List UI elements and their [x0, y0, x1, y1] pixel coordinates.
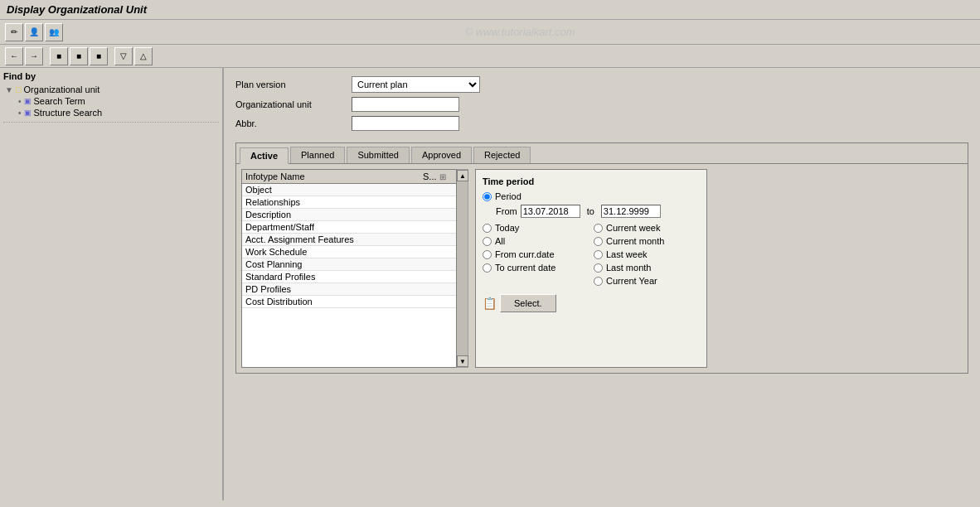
to-date-input[interactable]	[601, 205, 661, 218]
tree-child-label-1: Search Term	[34, 96, 85, 106]
table-row: PD Profiles	[242, 283, 456, 296]
plan-version-label: Plan version	[235, 80, 352, 89]
last-month-radio[interactable]	[594, 263, 603, 273]
last-week-radio[interactable]	[594, 250, 603, 259]
to-curr-date-radio-row: To current date	[483, 263, 589, 273]
last-week-label: Last week	[606, 249, 648, 259]
tabs-header: Active Planned Submitted Approved Reject…	[236, 143, 968, 164]
abbr-input[interactable]	[352, 116, 459, 131]
left-divider	[3, 122, 219, 123]
last-week-radio-row: Last week	[594, 249, 700, 259]
form-org-unit-row: Organizational unit	[235, 97, 968, 112]
current-year-radio[interactable]	[594, 277, 603, 286]
tree-bullet-icon: •	[18, 97, 22, 106]
tab-active[interactable]: Active	[240, 147, 289, 164]
radio-grid: Today Current week All Current mont	[483, 223, 700, 286]
to-curr-date-radio[interactable]	[483, 263, 492, 273]
tree-collapse-icon: ▼	[5, 85, 13, 94]
all-radio-row: All	[483, 236, 589, 246]
time-period-panel: Time period Period From to	[475, 169, 707, 368]
today-label: Today	[495, 223, 519, 233]
last-month-label: Last month	[606, 263, 651, 273]
tabs-area: Active Planned Submitted Approved Reject…	[235, 142, 968, 374]
current-week-radio[interactable]	[594, 224, 603, 233]
all-radio[interactable]	[483, 237, 492, 246]
org-unit-label: Organizational unit	[235, 99, 352, 109]
tab-rejected[interactable]: Rejected	[473, 147, 531, 163]
form-plan-version-row: Plan version Current plan	[235, 76, 968, 93]
edit-btn[interactable]: ✏	[5, 23, 23, 41]
user-btn[interactable]: 👤	[25, 23, 43, 41]
today-radio[interactable]	[483, 224, 492, 233]
toolbar1: ✏ 👤 👥 © www.tutorialkart.com	[0, 20, 980, 45]
plan-version-select[interactable]: Current plan	[352, 76, 480, 93]
current-month-radio[interactable]	[594, 237, 603, 246]
tree-child-label-2: Structure Search	[34, 108, 103, 118]
table-row: Relationships	[242, 196, 456, 209]
tab-approved[interactable]: Approved	[411, 147, 472, 163]
tab-submitted[interactable]: Submitted	[347, 147, 410, 163]
from-curr-date-radio[interactable]	[483, 250, 492, 259]
btn3[interactable]: ■	[50, 47, 68, 65]
table-row: Description	[242, 209, 456, 221]
table-row: Cost Planning	[242, 258, 456, 271]
find-by-label: Find by	[3, 71, 219, 81]
page-title: Display Organizational Unit	[7, 3, 147, 16]
select-button[interactable]: Select.	[500, 294, 556, 312]
period-radio-row: Period	[483, 191, 700, 201]
right-panel: Plan version Current plan Organizational…	[224, 68, 980, 500]
scroll-down-btn[interactable]: ▼	[457, 355, 468, 367]
today-radio-row: Today	[483, 223, 589, 233]
from-label: From	[496, 206, 517, 216]
table-row: Object	[242, 184, 456, 196]
grid-icon[interactable]: ⊞	[439, 172, 453, 181]
tree-root-label: Organizational unit	[24, 84, 100, 94]
last-month-radio-row: Last month	[594, 263, 700, 273]
infotype-rows: Object Relationships Description	[242, 184, 456, 362]
tree-child-structure-search[interactable]: • ▣ Structure Search	[17, 107, 219, 118]
btn5[interactable]: ■	[90, 47, 108, 65]
col-header-name: Infotype Name	[245, 171, 423, 181]
from-to-row: From to	[496, 205, 700, 218]
to-curr-date-label: To current date	[495, 263, 555, 273]
users-btn[interactable]: 👥	[45, 23, 63, 41]
current-week-radio-row: Current week	[594, 223, 700, 233]
main-layout: Find by ▼ □ Organizational unit • ▣ Sear…	[0, 68, 980, 500]
select-btn-row: 📋 Select.	[483, 294, 700, 312]
current-month-label: Current month	[606, 236, 664, 246]
infotype-section: Infotype Name S... ⊞ Object Relationship…	[241, 169, 468, 368]
table-row: Cost Distribution	[242, 296, 456, 308]
current-week-label: Current week	[606, 223, 660, 233]
tree-root-item[interactable]: ▼ □ Organizational unit	[3, 84, 219, 95]
back-btn[interactable]: ←	[5, 47, 23, 65]
sort-btn[interactable]: △	[134, 47, 153, 65]
scroll-up-btn[interactable]: ▲	[457, 170, 468, 181]
tree-page-icon-2: ▣	[24, 109, 32, 117]
btn4[interactable]: ■	[70, 47, 88, 65]
period-radio[interactable]	[483, 192, 492, 201]
table-row: Acct. Assignment Features	[242, 234, 456, 246]
filter-btn[interactable]: ▽	[114, 47, 133, 65]
tabs-content: Infotype Name S... ⊞ Object Relationship…	[236, 164, 968, 373]
all-label: All	[495, 236, 505, 246]
select-btn-icon: 📋	[483, 297, 497, 310]
to-label: to	[587, 206, 594, 216]
current-year-label: Current Year	[606, 276, 657, 286]
title-bar: Display Organizational Unit	[0, 0, 980, 20]
toolbar2: ← → ■ ■ ■ ▽ △	[0, 45, 980, 68]
time-period-title: Time period	[483, 176, 700, 186]
table-row: Standard Profiles	[242, 271, 456, 283]
tree-child-search-term[interactable]: • ▣ Search Term	[17, 95, 219, 107]
tab-planned[interactable]: Planned	[290, 147, 345, 163]
from-curr-date-label: From curr.date	[495, 249, 555, 259]
org-unit-input[interactable]	[352, 97, 459, 112]
current-year-radio-row: Current Year	[594, 276, 700, 286]
scroll-track	[457, 181, 468, 355]
tree-bullet-icon-2: •	[18, 109, 22, 118]
current-month-radio-row: Current month	[594, 236, 700, 246]
from-date-input[interactable]	[521, 205, 580, 218]
scrollbar: ▲ ▼	[457, 169, 468, 368]
tree-folder-icon: □	[16, 84, 22, 94]
forward-btn[interactable]: →	[25, 47, 43, 65]
abbr-label: Abbr.	[235, 118, 352, 128]
